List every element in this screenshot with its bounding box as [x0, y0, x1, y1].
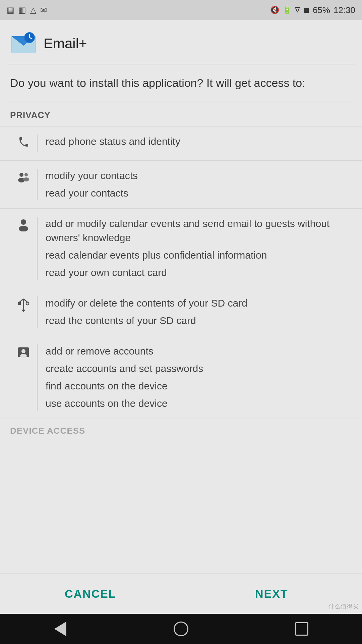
permission-row-contacts: modify your contacts read your contacts	[0, 161, 362, 209]
nav-bar	[0, 614, 362, 644]
svg-line-16	[23, 299, 27, 302]
vibrate-icon: 🔋	[283, 6, 292, 14]
chat-icon: ▦	[7, 5, 14, 15]
status-bar-right: 🔇 🔋 ∇ ◼ 65% 12:30	[270, 5, 355, 15]
permission-text-create-accounts: create accounts and set passwords	[46, 362, 352, 376]
svg-marker-19	[21, 310, 25, 312]
back-button[interactable]	[49, 617, 72, 641]
recents-icon	[295, 622, 308, 636]
main-content: Email+ Do you want to install this appli…	[0, 20, 362, 614]
signal-off-icon: ◼	[303, 6, 309, 14]
permission-text-contact-card: read your own contact card	[46, 266, 352, 280]
privacy-section-label: PRIVACY	[0, 102, 362, 126]
svg-rect-17	[18, 302, 21, 305]
permission-texts-accounts: add or remove accounts create accounts a…	[46, 344, 352, 411]
svg-point-7	[29, 37, 30, 38]
back-icon	[54, 622, 66, 636]
time-label: 12:30	[334, 5, 355, 15]
battery-label: 65%	[313, 5, 330, 15]
app-header: Email+	[0, 20, 362, 64]
photo-icon: ▥	[18, 5, 26, 15]
permission-row-phone: read phone status and identity	[0, 126, 362, 161]
app-title: Email+	[44, 36, 87, 52]
status-bar: ▦ ▥ △ ✉ 🔇 🔋 ∇ ◼ 65% 12:30	[0, 0, 362, 20]
cancel-button[interactable]: CANCEL	[0, 574, 181, 614]
device-access-peek: DEVICE ACCESS	[0, 419, 362, 436]
vertical-divider-contacts	[37, 169, 38, 200]
usb-icon-col	[10, 296, 37, 315]
calendar-icon-col	[10, 217, 37, 234]
home-icon	[174, 622, 188, 636]
permission-text-modify-contacts: modify your contacts	[46, 169, 352, 183]
svg-point-11	[23, 177, 29, 181]
permission-row-accounts: add or remove accounts create accounts a…	[0, 336, 362, 419]
permission-text-read-calendar: read calendar events plus confidential i…	[46, 248, 352, 262]
contacts-icon-col	[10, 169, 37, 188]
permission-texts-contacts: modify your contacts read your contacts	[46, 169, 352, 200]
vertical-divider-accounts	[37, 344, 38, 411]
svg-point-13	[19, 226, 28, 231]
permission-text-find-accounts: find accounts on the device	[46, 379, 352, 393]
svg-point-18	[26, 302, 29, 305]
watermark: 什么值得买	[328, 602, 359, 610]
permission-row-calendar: add or modify calendar events and send e…	[0, 209, 362, 288]
mountain-icon: △	[30, 5, 36, 15]
person-icon	[17, 218, 30, 234]
vertical-divider-calendar	[37, 217, 38, 280]
bottom-buttons: CANCEL NEXT	[0, 574, 362, 614]
phone-icon-col	[10, 135, 37, 152]
contacts-icon	[16, 170, 31, 188]
app-icon	[10, 30, 37, 57]
svg-point-22	[21, 349, 25, 353]
permission-text-read-sdcard: read the contents of your SD card	[46, 314, 352, 328]
permission-text-add-remove-accounts: add or remove accounts	[46, 344, 352, 358]
account-icon	[17, 345, 30, 362]
svg-point-10	[24, 173, 28, 176]
phone-icon	[17, 136, 30, 152]
permissions-section[interactable]: PRIVACY read phone status and identity	[0, 102, 362, 574]
home-button[interactable]	[169, 617, 193, 641]
svg-line-15	[19, 299, 23, 302]
vertical-divider-sdcard	[37, 296, 38, 328]
svg-point-23	[20, 354, 27, 358]
svg-point-8	[19, 173, 23, 177]
permission-text-phone-status: read phone status and identity	[46, 135, 352, 149]
account-icon-col	[10, 344, 37, 362]
signal-muted-icon: 🔇	[270, 6, 279, 14]
recents-button[interactable]	[290, 617, 313, 641]
permission-texts-phone: read phone status and identity	[46, 135, 352, 149]
permission-row-sdcard: modify or delete the contents of your SD…	[0, 288, 362, 336]
wifi-icon: ∇	[295, 6, 300, 14]
question-text: Do you want to install this application?…	[0, 64, 362, 102]
vertical-divider-phone	[37, 135, 38, 152]
permission-text-read-contacts: read your contacts	[46, 186, 352, 200]
permission-text-use-accounts: use accounts on the device	[46, 396, 352, 411]
permission-text-modify-sdcard: modify or delete the contents of your SD…	[46, 296, 352, 310]
usb-icon	[17, 298, 30, 315]
svg-point-12	[21, 219, 26, 225]
mail-icon: ✉	[40, 5, 47, 15]
permission-text-calendar-events: add or modify calendar events and send e…	[46, 217, 352, 245]
status-bar-left: ▦ ▥ △ ✉	[7, 5, 47, 15]
permission-texts-calendar: add or modify calendar events and send e…	[46, 217, 352, 280]
permission-texts-sdcard: modify or delete the contents of your SD…	[46, 296, 352, 328]
